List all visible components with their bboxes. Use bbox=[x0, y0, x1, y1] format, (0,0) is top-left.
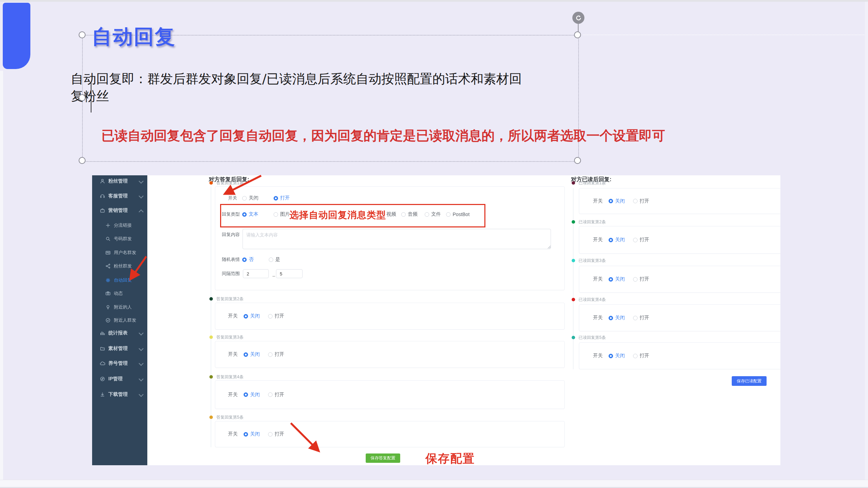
section-label-row: 已读回复第2条 bbox=[571, 219, 606, 225]
radio-icon bbox=[268, 432, 273, 437]
section-dot-icon bbox=[209, 416, 213, 419]
radio-off[interactable]: 关闭 bbox=[242, 195, 258, 201]
sidebar-item-check-circle[interactable]: 附近人群发 bbox=[92, 315, 147, 325]
slide-editor-canvas: 自动回复 自动回复即：群发后群发对象回复/已读消息后系统自动按照配置的话术和素材… bbox=[0, 0, 868, 488]
radio-icon bbox=[242, 257, 247, 262]
switch-label: 开关 bbox=[593, 198, 603, 204]
switch-row: 开关 关闭 打开 bbox=[215, 193, 564, 203]
radio-on[interactable]: 打开 bbox=[268, 313, 284, 319]
section-dot-icon bbox=[572, 298, 575, 301]
reply-content-input[interactable] bbox=[243, 229, 551, 249]
bulb-icon bbox=[105, 304, 111, 310]
share-icon bbox=[105, 263, 111, 269]
radio-off[interactable]: 关闭 bbox=[609, 198, 625, 204]
radio-icon bbox=[633, 199, 638, 203]
radio-on[interactable]: 打开 bbox=[268, 431, 284, 437]
save-caption-annotation: 保存配置 bbox=[425, 451, 475, 465]
interval-from-input[interactable] bbox=[243, 269, 269, 278]
sidebar-item-id-card[interactable]: 用户名群发 bbox=[92, 248, 147, 257]
section-label: 答复回复第5条 bbox=[216, 414, 244, 420]
intro-line-1: 自动回复即：群发后群发对象回复/已读消息后系统自动按照配置的话术和素材回 bbox=[71, 70, 522, 88]
intro-text[interactable]: 自动回复即：群发后群发对象回复/已读消息后系统自动按照配置的话术和素材回 复粉丝 bbox=[71, 70, 522, 105]
radio-off[interactable]: 关闭 bbox=[244, 431, 260, 437]
radio-emoji-yes[interactable]: 是 bbox=[269, 256, 280, 263]
radio-icon bbox=[609, 199, 613, 203]
handle-bottom-right[interactable] bbox=[574, 157, 581, 164]
sidebar-item-search[interactable]: 号码群发 bbox=[92, 234, 147, 244]
chevron-up-icon bbox=[139, 209, 144, 214]
sidebar-item-compass[interactable]: IP管理 bbox=[92, 374, 147, 384]
section-dot-icon bbox=[209, 181, 213, 185]
radio-emoji-no[interactable]: 否 bbox=[242, 256, 254, 263]
timeline-line bbox=[573, 188, 573, 369]
sidebar-item-gear[interactable]: 自动回复 bbox=[92, 275, 147, 285]
reply-content-label: 回复内容 bbox=[222, 232, 240, 238]
radio-on[interactable]: 打开 bbox=[633, 315, 649, 321]
section-label-row: 答复回复第4条 bbox=[209, 374, 244, 380]
radio-icon bbox=[274, 196, 278, 201]
switch-label: 开关 bbox=[593, 237, 603, 243]
handle-top-right[interactable] bbox=[574, 31, 581, 38]
chevron-down-icon bbox=[139, 179, 144, 184]
sidebar-item-briefcase[interactable]: 营销管理 bbox=[92, 206, 147, 215]
radio-off[interactable]: 关闭 bbox=[244, 313, 260, 319]
section-label-row: 答复回复第2条 bbox=[209, 296, 244, 302]
reply-card: 开关 关闭 打开 bbox=[215, 341, 565, 368]
sidebar-item-share[interactable]: 粉丝群发 bbox=[92, 261, 147, 271]
radio-off[interactable]: 关闭 bbox=[609, 276, 625, 282]
emoji-row: 随机表情 否 是 bbox=[215, 255, 564, 264]
page-title[interactable]: 自动回复 bbox=[92, 23, 176, 50]
radio-icon bbox=[268, 392, 273, 397]
sidebar-item-camera[interactable]: 动态 bbox=[92, 289, 147, 298]
rotate-handle-icon[interactable] bbox=[572, 12, 584, 24]
reply-card: 开关 关闭 打开 bbox=[579, 188, 780, 214]
radio-on[interactable]: 打开 bbox=[268, 351, 284, 358]
handle-top-left[interactable] bbox=[79, 31, 86, 38]
sidebar-item-download[interactable]: 下载管理 bbox=[92, 390, 147, 399]
folder-icon bbox=[100, 346, 105, 351]
radio-on[interactable]: 打开 bbox=[633, 237, 649, 243]
selection-guide-line bbox=[583, 35, 868, 35]
sidebar-item-bulb[interactable]: 附近的人 bbox=[92, 302, 147, 312]
radio-on[interactable]: 打开 bbox=[633, 353, 649, 359]
handle-bottom-left[interactable] bbox=[79, 157, 86, 164]
radio-icon bbox=[242, 196, 247, 201]
radio-on[interactable]: 打开 bbox=[268, 392, 284, 398]
camera-icon bbox=[105, 291, 111, 296]
section-label: 已读回复第4条 bbox=[579, 297, 606, 303]
sidebar-item-split[interactable]: 分流链接 bbox=[92, 221, 147, 230]
radio-off[interactable]: 关闭 bbox=[244, 351, 260, 358]
radio-icon bbox=[609, 354, 613, 358]
radio-off[interactable]: 关闭 bbox=[609, 237, 625, 243]
radio-off[interactable]: 关闭 bbox=[244, 392, 260, 398]
interval-to-input[interactable] bbox=[276, 269, 303, 278]
check-circle-icon bbox=[105, 318, 111, 323]
section-dot-icon bbox=[209, 375, 213, 379]
section-label-row: 答复回复第3条 bbox=[209, 334, 244, 340]
slide-corner-shape[interactable] bbox=[3, 3, 30, 69]
radio-off[interactable]: 关闭 bbox=[609, 353, 625, 359]
editor-bottom-bar bbox=[0, 480, 868, 488]
radio-on[interactable]: 打开 bbox=[633, 198, 649, 204]
handle-mid-left[interactable] bbox=[79, 94, 86, 101]
chevron-down-icon bbox=[139, 194, 144, 198]
save-reply-config-button[interactable]: 保存答复配置 bbox=[366, 453, 400, 463]
sidebar-item-bar-chart[interactable]: 统计报表 bbox=[92, 328, 147, 338]
sidebar-item-user[interactable]: 粉丝管理 bbox=[92, 176, 147, 186]
radio-icon bbox=[609, 316, 613, 320]
radio-icon bbox=[244, 432, 248, 437]
reply-card: 开关 关闭 打开 bbox=[579, 226, 780, 254]
radio-off[interactable]: 关闭 bbox=[609, 315, 625, 321]
section-dot-icon bbox=[572, 336, 575, 339]
radio-on[interactable]: 打开 bbox=[633, 276, 649, 282]
reply-card: 开关 关闭 打开 bbox=[579, 266, 780, 293]
sidebar-item-folder[interactable]: 素材管理 bbox=[92, 344, 147, 353]
sidebar-item-cloud[interactable]: 养号管理 bbox=[92, 359, 147, 368]
save-read-config-button[interactable]: 保存已读配置 bbox=[732, 376, 767, 386]
sidebar-item-headset[interactable]: 客服管理 bbox=[92, 191, 147, 201]
note-text[interactable]: 已读自动回复包含了回复自动回复，因为回复的肯定是已读取消息的，所以两者选取一个设… bbox=[101, 127, 665, 145]
resize-grip-icon[interactable] bbox=[547, 245, 551, 249]
radio-on[interactable]: 打开 bbox=[274, 195, 290, 201]
app-screenshot[interactable]: 粉丝管理 客服管理 营销管理 分流链接 号码群发 用户名群发 粉丝群发 自动回复… bbox=[92, 175, 780, 465]
switch-row: 开关 关闭 打开 bbox=[579, 266, 780, 292]
